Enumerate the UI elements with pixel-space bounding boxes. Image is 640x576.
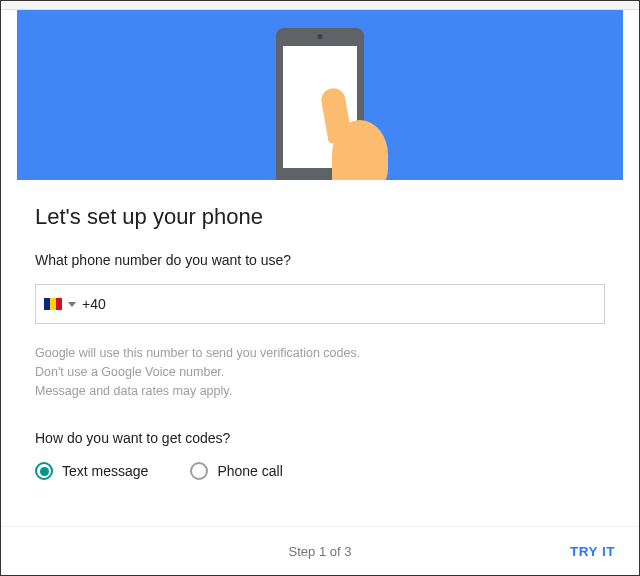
window-top-bar xyxy=(1,1,639,10)
footer-bar: Step 1 of 3 TRY IT xyxy=(1,526,639,575)
radio-phone-call-label: Phone call xyxy=(217,463,282,479)
hero-banner xyxy=(17,10,623,180)
radio-text-message-label: Text message xyxy=(62,463,148,479)
dial-code: +40 xyxy=(82,296,106,312)
hint-line-3: Message and data rates may apply. xyxy=(35,382,605,401)
phone-screen-illustration xyxy=(283,46,357,168)
step-indicator: Step 1 of 3 xyxy=(289,544,352,559)
hint-line-2: Don't use a Google Voice number. xyxy=(35,363,605,382)
phone-number-input[interactable] xyxy=(112,284,596,324)
romania-flag-icon[interactable] xyxy=(44,298,62,310)
phone-hint-text: Google will use this number to send you … xyxy=(35,344,605,400)
radio-text-message[interactable]: Text message xyxy=(35,462,148,480)
chevron-down-icon[interactable] xyxy=(68,302,76,307)
try-it-button[interactable]: TRY IT xyxy=(570,544,615,559)
radio-unselected-icon xyxy=(190,462,208,480)
phone-question-label: What phone number do you want to use? xyxy=(35,252,605,268)
phone-number-field[interactable]: +40 xyxy=(35,284,605,324)
phone-illustration xyxy=(276,28,364,180)
hint-line-1: Google will use this number to send you … xyxy=(35,344,605,363)
radio-phone-call[interactable]: Phone call xyxy=(190,462,282,480)
code-delivery-radio-group: Text message Phone call xyxy=(35,462,605,480)
radio-selected-icon xyxy=(35,462,53,480)
codes-question-label: How do you want to get codes? xyxy=(35,430,605,446)
page-title: Let's set up your phone xyxy=(35,204,605,230)
